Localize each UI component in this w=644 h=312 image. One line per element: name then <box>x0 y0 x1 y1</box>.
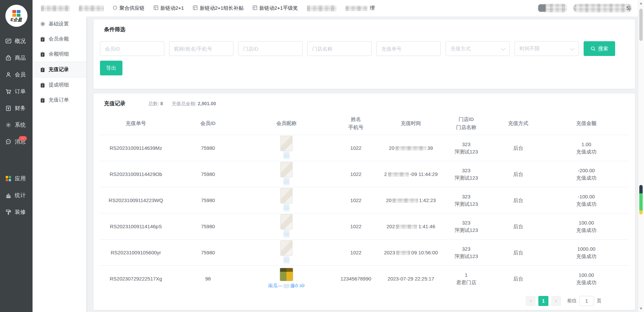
store-cell: 323萍测试123 <box>439 167 493 182</box>
submenu-item-member-balance[interactable]: 会员余额 <box>33 32 86 47</box>
user-avatar <box>538 4 546 12</box>
clipboard-icon <box>40 37 45 42</box>
submenu-item-label: 充值记录 <box>49 66 69 73</box>
store-cell: 323萍测试123 <box>439 245 493 260</box>
store-name: 萍测试123 <box>439 253 493 260</box>
scroll-down-icon[interactable] <box>640 308 642 310</box>
submenu-item-recharge-records[interactable]: 充值记录 <box>33 62 86 77</box>
submenu-item-commission-detail[interactable]: 提成明细 <box>33 77 86 92</box>
amount-cell: 100.00充值成功 <box>543 219 629 234</box>
topnav-item-partial[interactable]: 理 <box>345 5 375 11</box>
sidebar-item-message[interactable]: 消息... <box>0 133 33 150</box>
table-header: 充值单号会员ID会员昵称姓名手机号充值时间门店ID门店名称充值方式充值金额 <box>99 112 629 135</box>
redacted-text <box>395 146 426 150</box>
scrollbar[interactable] <box>638 0 644 312</box>
topbar: 聚合供应链新链动2+1新链动2+1组长补贴新链动2+1平级奖理 5) <box>33 0 644 16</box>
topnav-item[interactable]: 新链动2+1平级奖 <box>253 5 298 11</box>
member-avatar <box>280 268 293 281</box>
pagination: ‹ 1 › 前往 页 <box>526 296 601 306</box>
topnav-blurred-item[interactable] <box>307 5 336 11</box>
unread-badge: ... <box>19 136 27 141</box>
user-account-pill[interactable] <box>538 4 567 12</box>
sidebar-item-label: 统计 <box>15 192 26 199</box>
filter-input-store-id[interactable] <box>238 41 303 56</box>
shop-info-pill[interactable]: 5) <box>573 4 632 12</box>
column-header: 会员昵称 <box>244 116 329 131</box>
filter-select-time-range[interactable]: 时间不限 <box>515 41 579 56</box>
submenu-item-basic-settings[interactable]: 基础设置 <box>33 16 86 32</box>
sidebar-item-system[interactable]: 系统 <box>0 117 33 133</box>
sidebar-item-member[interactable]: 会员 <box>0 66 33 83</box>
phone-cell: 12345678990 <box>329 275 382 283</box>
sidebar-item-finance[interactable]: 财务 <box>0 100 33 117</box>
amount-value: 1.00 <box>543 141 629 148</box>
submenu-item-recharge-orders[interactable]: 充值订单 <box>33 92 86 108</box>
topnav-item[interactable]: 新链动2+1组长补贴 <box>193 5 243 11</box>
filter-card: 条件筛选 充值方式时间不限搜索 导出 <box>94 19 635 89</box>
topnav-item-label: 新链动2+1平级奖 <box>259 5 298 11</box>
store-name: 萍测试123 <box>439 148 493 155</box>
sidebar-item-label: 订单 <box>15 88 26 95</box>
clipboard-icon <box>40 82 45 88</box>
goto-page-input[interactable] <box>579 296 594 306</box>
member-id-cell: 75980 <box>172 171 244 178</box>
stats-icon <box>5 192 12 199</box>
submenu-item-balance-detail[interactable]: 余额明细 <box>33 47 86 62</box>
member-nickname-cell <box>244 213 329 239</box>
filter-input-recharge-order-no[interactable] <box>376 41 441 56</box>
shop-info-suffix: 5) <box>627 5 631 11</box>
topnav-item[interactable]: 新链动2+1 <box>154 5 184 11</box>
sidebar-item-stats[interactable]: 统计 <box>0 187 33 204</box>
topnav-blurred-item[interactable] <box>79 5 104 11</box>
member-nickname-cell <box>244 240 329 265</box>
clipboard-icon <box>40 67 45 72</box>
recharge-time-cell: 202309 10:56:00 <box>382 249 439 256</box>
sidebar-item-goods[interactable]: 商品 <box>0 50 33 66</box>
redacted-text <box>345 6 368 11</box>
table-row: RS20231009105600yr759801022202309 10:56:… <box>99 239 629 265</box>
topnav-item[interactable]: 聚合供应链 <box>113 5 145 11</box>
avatar-smudge <box>283 230 289 239</box>
filter-input-store-name[interactable] <box>307 41 372 56</box>
filter-select-recharge-method[interactable]: 充值方式 <box>445 41 510 56</box>
phone-cell: 1022 <box>329 223 382 230</box>
section-marker <box>100 27 101 33</box>
sidebar-item-order[interactable]: 订单 <box>0 83 33 100</box>
sidebar-item-decorate[interactable]: 装修 <box>0 204 33 221</box>
page-1-button[interactable]: 1 <box>538 296 548 306</box>
page-unit-label: 页 <box>597 298 601 304</box>
amount-cell: -200.00充值成功 <box>543 167 629 182</box>
phone-cell: 1022 <box>329 171 382 178</box>
export-button[interactable]: 导出 <box>100 61 122 75</box>
app-logo[interactable]: E企盈 <box>5 5 28 27</box>
order-no-cell: RS20231009114223WQ <box>99 197 172 204</box>
store-cell: 323萍测试123 <box>439 193 493 208</box>
filter-input-nickname-name-phone[interactable] <box>169 41 233 56</box>
sidebar-item-overview[interactable]: 概况 <box>0 33 33 50</box>
next-page-button[interactable]: › <box>551 296 561 306</box>
recharge-method-cell: 后台 <box>493 223 543 230</box>
topnav-blurred-item[interactable] <box>41 5 70 11</box>
grid-icon <box>193 5 198 11</box>
store-name: 萍测试123 <box>439 227 493 234</box>
amount-status: 充值成功 <box>543 174 629 182</box>
chevron-down-icon <box>501 46 505 51</box>
clipboard-icon <box>40 98 45 103</box>
apps-icon <box>5 175 12 182</box>
sidebar-item-label: 装修 <box>15 209 26 216</box>
sidebar-item-label: 应用 <box>15 175 26 182</box>
overview-icon <box>5 38 12 45</box>
amount-status: 充值成功 <box>543 148 629 155</box>
finance-icon <box>5 105 12 112</box>
member-nickname-link[interactable]: 南瓜—藤ớ ɜờ <box>268 282 305 289</box>
goods-icon <box>5 55 12 61</box>
recharge-method-cell: 后台 <box>493 144 543 152</box>
prev-page-button[interactable]: ‹ <box>526 296 536 306</box>
scroll-up-icon[interactable] <box>640 2 642 4</box>
phone-cell: 1022 <box>329 197 382 204</box>
sidebar-item-apps[interactable]: 应用 <box>0 170 33 187</box>
scrollbar-thumb[interactable] <box>639 9 643 41</box>
topnav-item-label: 理 <box>370 5 375 11</box>
filter-input-member-id[interactable] <box>100 41 164 56</box>
search-button[interactable]: 搜索 <box>584 41 615 56</box>
